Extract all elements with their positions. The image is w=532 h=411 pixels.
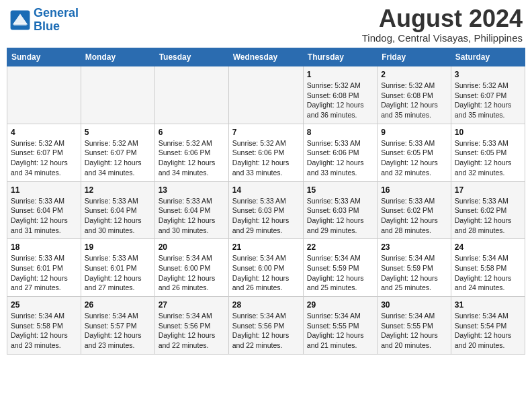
day-number: 4 (11, 128, 77, 137)
calendar-day-cell: 29Sunrise: 5:34 AM Sunset: 5:55 PM Dayli… (303, 297, 377, 355)
title-area: August 2024 Tindog, Central Visayas, Phi… (362, 7, 523, 44)
day-detail: Sunrise: 5:32 AM Sunset: 6:07 PM Dayligh… (11, 138, 77, 178)
day-number: 31 (455, 300, 521, 310)
day-number: 9 (381, 128, 447, 137)
day-detail: Sunrise: 5:33 AM Sunset: 6:06 PM Dayligh… (307, 138, 373, 178)
month-year-title: August 2024 (362, 7, 523, 31)
day-number: 5 (85, 128, 151, 137)
weekday-cell: Thursday (303, 48, 377, 66)
calendar-week-row: 18Sunrise: 5:33 AM Sunset: 6:01 PM Dayli… (7, 239, 525, 297)
day-detail: Sunrise: 5:34 AM Sunset: 6:00 PM Dayligh… (232, 253, 300, 293)
logo-icon (9, 9, 31, 31)
day-number: 17 (455, 185, 521, 195)
weekday-cell: Tuesday (154, 48, 228, 66)
day-number: 22 (307, 242, 373, 252)
day-number: 18 (11, 242, 77, 252)
calendar-day-cell: 15Sunrise: 5:33 AM Sunset: 6:03 PM Dayli… (303, 181, 377, 239)
day-detail: Sunrise: 5:33 AM Sunset: 6:01 PM Dayligh… (11, 253, 77, 293)
calendar-day-cell (7, 66, 81, 124)
calendar-day-cell: 4Sunrise: 5:32 AM Sunset: 6:07 PM Daylig… (7, 124, 81, 181)
calendar-day-cell: 25Sunrise: 5:34 AM Sunset: 5:58 PM Dayli… (7, 297, 81, 355)
calendar-day-cell: 28Sunrise: 5:34 AM Sunset: 5:56 PM Dayli… (228, 297, 303, 355)
day-detail: Sunrise: 5:32 AM Sunset: 6:06 PM Dayligh… (232, 138, 300, 178)
weekday-cell: Monday (81, 48, 154, 66)
calendar-week-row: 25Sunrise: 5:34 AM Sunset: 5:58 PM Dayli… (7, 297, 525, 355)
day-detail: Sunrise: 5:34 AM Sunset: 5:59 PM Dayligh… (381, 253, 447, 293)
day-number: 7 (232, 128, 300, 137)
calendar-day-cell: 26Sunrise: 5:34 AM Sunset: 5:57 PM Dayli… (81, 297, 154, 355)
day-number: 14 (232, 185, 300, 195)
location-subtitle: Tindog, Central Visayas, Philippines (362, 32, 523, 44)
day-detail: Sunrise: 5:34 AM Sunset: 5:54 PM Dayligh… (455, 311, 521, 351)
day-detail: Sunrise: 5:32 AM Sunset: 6:08 PM Dayligh… (381, 81, 447, 120)
day-number: 6 (159, 128, 225, 137)
day-detail: Sunrise: 5:34 AM Sunset: 5:56 PM Dayligh… (232, 311, 300, 351)
day-detail: Sunrise: 5:34 AM Sunset: 5:56 PM Dayligh… (159, 311, 225, 351)
calendar-day-cell: 18Sunrise: 5:33 AM Sunset: 6:01 PM Dayli… (7, 239, 81, 297)
day-detail: Sunrise: 5:33 AM Sunset: 6:05 PM Dayligh… (455, 138, 521, 178)
weekday-cell: Wednesday (228, 48, 303, 66)
calendar-day-cell: 27Sunrise: 5:34 AM Sunset: 5:56 PM Dayli… (154, 297, 228, 355)
day-detail: Sunrise: 5:34 AM Sunset: 5:58 PM Dayligh… (11, 311, 77, 351)
day-detail: Sunrise: 5:33 AM Sunset: 6:04 PM Dayligh… (85, 196, 151, 236)
calendar-day-cell: 10Sunrise: 5:33 AM Sunset: 6:05 PM Dayli… (451, 124, 525, 181)
day-number: 27 (159, 300, 225, 310)
calendar-day-cell: 8Sunrise: 5:33 AM Sunset: 6:06 PM Daylig… (303, 124, 377, 181)
weekday-cell: Saturday (451, 48, 525, 66)
day-number: 10 (455, 128, 521, 137)
day-detail: Sunrise: 5:34 AM Sunset: 5:59 PM Dayligh… (307, 253, 373, 293)
day-detail: Sunrise: 5:33 AM Sunset: 6:04 PM Dayligh… (159, 196, 225, 236)
calendar-day-cell: 6Sunrise: 5:32 AM Sunset: 6:06 PM Daylig… (154, 124, 228, 181)
calendar-day-cell (81, 66, 154, 124)
day-number: 28 (232, 300, 300, 310)
weekday-cell: Sunday (7, 48, 81, 66)
day-number: 25 (11, 300, 77, 310)
calendar-day-cell: 3Sunrise: 5:32 AM Sunset: 6:07 PM Daylig… (451, 66, 525, 124)
calendar-day-cell: 5Sunrise: 5:32 AM Sunset: 6:07 PM Daylig… (81, 124, 154, 181)
day-number: 2 (381, 70, 447, 79)
calendar-day-cell (228, 66, 303, 124)
day-number: 19 (85, 242, 151, 252)
calendar-day-cell: 7Sunrise: 5:32 AM Sunset: 6:06 PM Daylig… (228, 124, 303, 181)
calendar-day-cell: 23Sunrise: 5:34 AM Sunset: 5:59 PM Dayli… (378, 239, 451, 297)
calendar-day-cell: 24Sunrise: 5:34 AM Sunset: 5:58 PM Dayli… (451, 239, 525, 297)
calendar-table: SundayMondayTuesdayWednesdayThursdayFrid… (7, 48, 525, 355)
day-number: 15 (307, 185, 373, 195)
day-detail: Sunrise: 5:34 AM Sunset: 5:58 PM Dayligh… (455, 253, 521, 293)
day-detail: Sunrise: 5:32 AM Sunset: 6:07 PM Dayligh… (85, 138, 151, 178)
calendar-day-cell: 21Sunrise: 5:34 AM Sunset: 6:00 PM Dayli… (228, 239, 303, 297)
calendar-day-cell: 2Sunrise: 5:32 AM Sunset: 6:08 PM Daylig… (378, 66, 451, 124)
day-detail: Sunrise: 5:34 AM Sunset: 5:55 PM Dayligh… (307, 311, 373, 351)
calendar-day-cell: 1Sunrise: 5:32 AM Sunset: 6:08 PM Daylig… (303, 66, 377, 124)
calendar-week-row: 1Sunrise: 5:32 AM Sunset: 6:08 PM Daylig… (7, 66, 525, 124)
day-number: 24 (455, 242, 521, 252)
calendar-day-cell: 14Sunrise: 5:33 AM Sunset: 6:03 PM Dayli… (228, 181, 303, 239)
calendar-day-cell: 12Sunrise: 5:33 AM Sunset: 6:04 PM Dayli… (81, 181, 154, 239)
calendar-day-cell: 9Sunrise: 5:33 AM Sunset: 6:05 PM Daylig… (378, 124, 451, 181)
day-number: 11 (11, 185, 77, 195)
calendar-day-cell: 11Sunrise: 5:33 AM Sunset: 6:04 PM Dayli… (7, 181, 81, 239)
day-detail: Sunrise: 5:32 AM Sunset: 6:08 PM Dayligh… (307, 81, 373, 120)
day-number: 8 (307, 128, 373, 137)
day-detail: Sunrise: 5:33 AM Sunset: 6:05 PM Dayligh… (381, 138, 447, 178)
day-detail: Sunrise: 5:33 AM Sunset: 6:02 PM Dayligh… (455, 196, 521, 236)
logo-text: General Blue (34, 7, 79, 34)
calendar-week-row: 4Sunrise: 5:32 AM Sunset: 6:07 PM Daylig… (7, 124, 525, 181)
calendar-day-cell: 17Sunrise: 5:33 AM Sunset: 6:02 PM Dayli… (451, 181, 525, 239)
calendar-day-cell: 30Sunrise: 5:34 AM Sunset: 5:55 PM Dayli… (378, 297, 451, 355)
day-detail: Sunrise: 5:33 AM Sunset: 6:01 PM Dayligh… (85, 253, 151, 293)
day-detail: Sunrise: 5:34 AM Sunset: 5:55 PM Dayligh… (381, 311, 447, 351)
day-number: 21 (232, 242, 300, 252)
day-detail: Sunrise: 5:32 AM Sunset: 6:07 PM Dayligh… (455, 81, 521, 120)
day-number: 12 (85, 185, 151, 195)
day-detail: Sunrise: 5:34 AM Sunset: 6:00 PM Dayligh… (159, 253, 225, 293)
day-number: 16 (381, 185, 447, 195)
day-number: 26 (85, 300, 151, 310)
day-number: 30 (381, 300, 447, 310)
day-number: 29 (307, 300, 373, 310)
day-number: 23 (381, 242, 447, 252)
day-detail: Sunrise: 5:32 AM Sunset: 6:06 PM Dayligh… (159, 138, 225, 178)
day-number: 20 (159, 242, 225, 252)
day-detail: Sunrise: 5:33 AM Sunset: 6:04 PM Dayligh… (11, 196, 77, 236)
day-detail: Sunrise: 5:33 AM Sunset: 6:02 PM Dayligh… (381, 196, 447, 236)
